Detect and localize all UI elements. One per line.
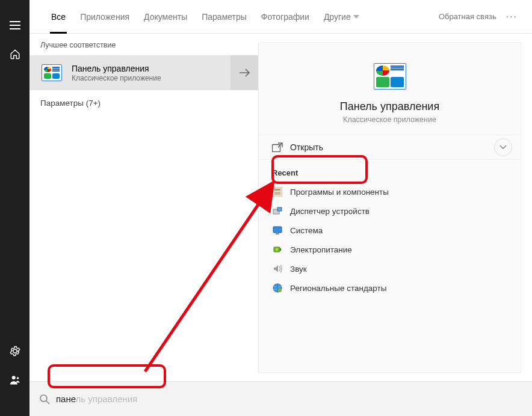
tab-apps[interactable]: Приложения [73, 0, 137, 34]
result-arrow-button[interactable] [230, 55, 258, 90]
recent-item-power[interactable]: Электропитание [272, 240, 507, 259]
svg-rect-8 [274, 192, 280, 195]
svg-point-17 [40, 395, 47, 402]
home-icon[interactable] [0, 40, 29, 69]
recent-item-device-manager[interactable]: Диспетчер устройств [272, 201, 507, 221]
svg-rect-1 [10, 25, 20, 26]
svg-rect-11 [273, 227, 282, 233]
filter-tabs: Все Приложения Документы Параметры Фотог… [29, 0, 532, 34]
programs-icon [272, 186, 283, 197]
recent-item-system[interactable]: Система [272, 221, 507, 240]
settings-group[interactable]: Параметры (7+) [29, 90, 258, 116]
best-match-result[interactable]: Панель управления Классическое приложени… [29, 55, 258, 90]
recent-item-programs[interactable]: Программы и компоненты [272, 182, 507, 201]
details-card: Панель управления Классическое приложени… [258, 42, 521, 373]
svg-rect-7 [274, 189, 280, 191]
globe-icon [272, 283, 283, 293]
best-match-label: Лучшее соответствие [29, 34, 258, 55]
svg-rect-5 [273, 145, 280, 152]
tab-more-label: Другие [324, 12, 351, 22]
details-title: Панель управления [340, 100, 439, 113]
tab-all[interactable]: Все [44, 0, 73, 34]
svg-rect-2 [10, 28, 20, 29]
gear-icon[interactable] [0, 337, 29, 366]
open-label: Открыть [290, 142, 323, 152]
recent-item-regional[interactable]: Региональные стандарты [272, 278, 507, 298]
search-icon [39, 394, 50, 405]
svg-rect-10 [277, 207, 282, 211]
taskbar [0, 0, 29, 416]
open-button[interactable]: Открыть [259, 135, 521, 159]
chevron-down-icon [353, 15, 359, 19]
tab-more[interactable]: Другие [317, 0, 367, 34]
more-menu-button[interactable]: ··· [500, 11, 524, 22]
result-title: Панель управления [72, 64, 230, 73]
svg-line-18 [46, 401, 49, 404]
search-panel: Все Приложения Документы Параметры Фотог… [29, 0, 532, 416]
result-subtitle: Классическое приложение [72, 74, 230, 82]
recent-label: Recent [272, 168, 507, 177]
feedback-link[interactable]: Обратная связь [439, 12, 496, 21]
search-suggestion: ль управления [76, 394, 138, 404]
system-icon [272, 225, 283, 236]
svg-point-16 [278, 289, 282, 292]
hamburger-icon[interactable] [0, 11, 29, 40]
tab-settings[interactable]: Параметры [194, 0, 254, 34]
svg-rect-12 [276, 233, 279, 234]
svg-rect-14 [280, 248, 281, 251]
user-icon[interactable] [0, 366, 29, 394]
details-subtitle: Классическое приложение [343, 115, 436, 124]
search-box[interactable]: панель управления [29, 381, 532, 416]
recent-item-sound[interactable]: Звук [272, 259, 507, 278]
sound-icon [272, 263, 283, 274]
expand-button[interactable] [494, 138, 512, 156]
power-icon [272, 244, 283, 255]
search-typed: пане [56, 394, 76, 404]
svg-point-4 [16, 377, 19, 379]
search-text-display: панель управления [56, 394, 137, 405]
open-icon [272, 142, 283, 152]
tab-photos[interactable]: Фотографии [254, 0, 317, 34]
arrow-right-icon [239, 69, 250, 77]
chevron-down-icon [500, 145, 507, 150]
control-panel-icon [39, 63, 64, 82]
svg-rect-0 [10, 21, 20, 22]
tab-docs[interactable]: Документы [137, 0, 194, 34]
svg-point-3 [11, 376, 15, 379]
results-column: Лучшее соответствие Панель управления Кл… [29, 34, 258, 381]
control-panel-large-icon [374, 63, 406, 90]
device-manager-icon [272, 206, 283, 216]
